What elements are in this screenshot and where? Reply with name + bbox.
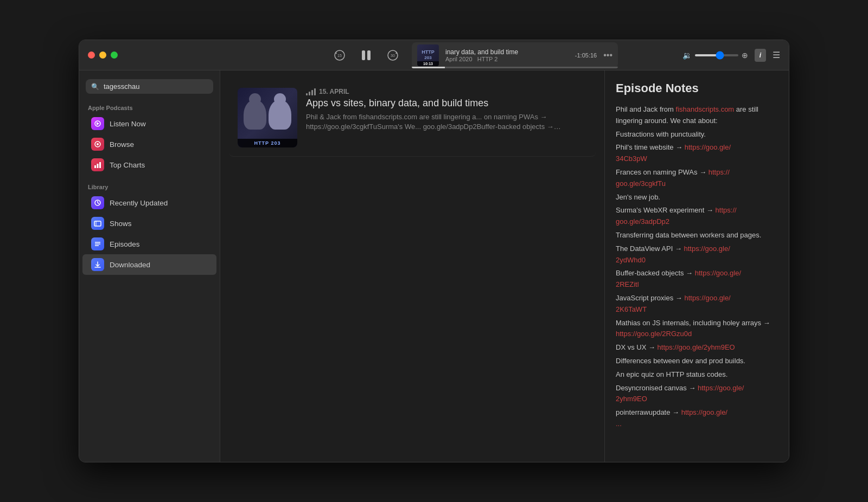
svg-rect-11 — [97, 164, 99, 168]
notes-link-2rezitl[interactable]: https://goo.gle/2REZitl — [616, 269, 741, 288]
episode-date: 15. APRIL — [306, 88, 587, 95]
notes-para-3: Phil's time website → https://goo.gle/34… — [616, 142, 778, 165]
notes-para-15: Desyncronised canvas → https://goo.gle/2… — [616, 383, 778, 406]
svg-text:15: 15 — [337, 54, 342, 57]
sidebar-label-browse: Browse — [110, 140, 134, 149]
sidebar-item-listen-now[interactable]: Listen Now — [82, 113, 216, 134]
episode-card[interactable]: HTTP 203 15. APRIL Apps vs sites, binary… — [229, 79, 596, 157]
section-label-library: Library — [79, 182, 220, 192]
notes-link-2rgzu0d[interactable]: https://goo.gle/2RGzu0d — [616, 330, 692, 338]
shows-icon — [91, 217, 104, 230]
pause-button[interactable] — [359, 47, 374, 63]
browse-icon — [91, 138, 104, 151]
titlebar-left — [88, 52, 267, 59]
volume-control: 🔉 ⊕ — [682, 51, 748, 60]
titlebar-right: 🔉 ⊕ i ☰ — [682, 49, 780, 62]
notes-para-16: pointerrawupdate → https://goo.gle/... — [616, 407, 778, 430]
notes-link-2ydwhd0[interactable]: https://goo.gle/2ydWhd0 — [616, 244, 730, 264]
notes-para-14: An epic quiz on HTTP status codes. — [616, 369, 778, 381]
svg-rect-3 — [367, 50, 371, 60]
forward30-button[interactable]: 30 — [385, 47, 401, 63]
sidebar-item-episodes[interactable]: Episodes — [82, 234, 216, 254]
notes-para-6: Surma's WebXR experiment → https://goo.g… — [616, 205, 778, 228]
notes-link-3cgkftu[interactable]: https://goo.gle/3cgkfTu — [616, 168, 730, 188]
now-playing-thumbnail: HTTP 203 10:13 — [417, 44, 439, 66]
svg-rect-12 — [99, 162, 101, 168]
notes-link-3adpdp2[interactable]: https://goo.gle/3adpDp2 — [616, 206, 737, 226]
notes-panel: Episode Notes Phil and Jack from fishand… — [604, 70, 789, 462]
sidebar-item-browse[interactable]: Browse — [82, 134, 216, 155]
episode-title: Apps vs sites, binary data, and build ti… — [306, 98, 587, 109]
episodes-icon — [91, 237, 104, 250]
notes-link-desync[interactable]: https://goo.gle/2yhm9EO — [616, 384, 744, 403]
svg-rect-14 — [94, 221, 101, 226]
sidebar-item-downloaded[interactable]: Downloaded — [82, 254, 216, 275]
sidebar-label-top-charts: Top Charts — [110, 161, 145, 169]
main-content: 🔍 Apple Podcasts Listen Now — [79, 70, 789, 462]
episode-thumb-label: HTTP 203 — [238, 139, 297, 147]
minimize-button[interactable] — [99, 52, 106, 59]
now-playing-info: inary data, and build time April 2020 HT… — [445, 48, 569, 62]
notes-link-34cb3pw[interactable]: https://goo.gle/34Cb3pW — [616, 143, 731, 163]
signal-bars-icon — [306, 88, 316, 95]
progress-bar[interactable] — [412, 67, 618, 68]
app-window: 15 30 — [79, 40, 789, 462]
episode-description: Phil & Jack from fishandscripts.com are … — [306, 112, 587, 132]
titlebar: 15 30 — [79, 40, 789, 70]
search-icon: 🔍 — [91, 83, 99, 91]
time-remaining: -1:05:16 — [575, 52, 597, 59]
episode-thumbnail: HTTP 203 — [238, 88, 297, 147]
maximize-button[interactable] — [111, 52, 118, 59]
sidebar-item-top-charts[interactable]: Top Charts — [82, 155, 216, 175]
sidebar-label-downloaded: Downloaded — [110, 261, 150, 269]
thumbnail-persons — [242, 92, 293, 137]
recently-updated-icon — [91, 196, 104, 209]
now-playing-meta: April 2020 HTTP 2 — [445, 56, 569, 62]
downloaded-icon — [91, 258, 104, 271]
person-1 — [244, 100, 266, 130]
notes-para-1: Phil and Jack from fishandscripts.com ar… — [616, 104, 778, 127]
notes-para-9: Buffer-backed objects → https://goo.gle/… — [616, 268, 778, 291]
sidebar: 🔍 Apple Podcasts Listen Now — [79, 70, 220, 462]
volume-icon: 🔉 — [682, 51, 692, 60]
episode-info: 15. APRIL Apps vs sites, binary data, an… — [306, 88, 587, 147]
volume-slider[interactable] — [695, 54, 738, 56]
sidebar-label-recently-updated: Recently Updated — [110, 199, 168, 207]
notes-para-7: Transferring data between workers and pa… — [616, 230, 778, 241]
info-button[interactable]: i — [755, 49, 766, 62]
svg-rect-10 — [94, 165, 96, 168]
svg-text:30: 30 — [391, 54, 395, 57]
search-box: 🔍 — [86, 79, 213, 94]
notes-para-11: Mathias on JS internals, including holey… — [616, 318, 778, 340]
person-2 — [269, 100, 291, 130]
airplay-icon[interactable]: ⊕ — [742, 51, 748, 60]
now-playing-times: -1:05:16 — [575, 52, 597, 59]
search-container: 🔍 — [79, 79, 220, 102]
close-button[interactable] — [88, 52, 95, 59]
now-playing-widget: HTTP 203 10:13 inary data, and build tim… — [412, 42, 618, 68]
now-playing-menu-button[interactable]: ••• — [603, 50, 612, 60]
svg-point-9 — [97, 143, 99, 145]
playlist-button[interactable]: ☰ — [773, 50, 780, 60]
rewind15-button[interactable]: 15 — [331, 47, 348, 63]
sidebar-label-shows: Shows — [110, 220, 132, 228]
notes-para-4: Frances on naming PWAs → https://goo.gle… — [616, 167, 778, 190]
sidebar-item-shows[interactable]: Shows — [82, 213, 216, 234]
notes-link-2k6tawt[interactable]: https://goo.gle/2K6TaWT — [616, 294, 731, 313]
notes-para-13: Differences between dev and prod builds. — [616, 356, 778, 367]
sidebar-item-recently-updated[interactable]: Recently Updated — [82, 192, 216, 213]
listen-now-icon — [91, 117, 104, 130]
notes-link-fishandscripts[interactable]: fishandscripts.com — [676, 105, 735, 113]
progress-fill — [412, 67, 445, 68]
notes-para-10: JavaScript proxies → https://goo.gle/2K6… — [616, 293, 778, 316]
sidebar-label-listen-now: Listen Now — [110, 120, 146, 128]
time-badge: 10:13 — [417, 61, 439, 66]
notes-para-2: Fustractions with punctuality. — [616, 129, 778, 140]
sidebar-label-episodes: Episodes — [110, 240, 140, 248]
episode-list: HTTP 203 15. APRIL Apps vs sites, binary… — [220, 70, 604, 462]
notes-link-pointerraw[interactable]: https://goo.gle/... — [616, 408, 727, 428]
notes-link-2yhm9eo[interactable]: https://goo.gle/2yhm9EO — [658, 343, 735, 351]
search-input[interactable] — [104, 82, 208, 91]
notes-title: Episode Notes — [616, 81, 778, 95]
titlebar-center: 15 30 — [267, 42, 682, 68]
